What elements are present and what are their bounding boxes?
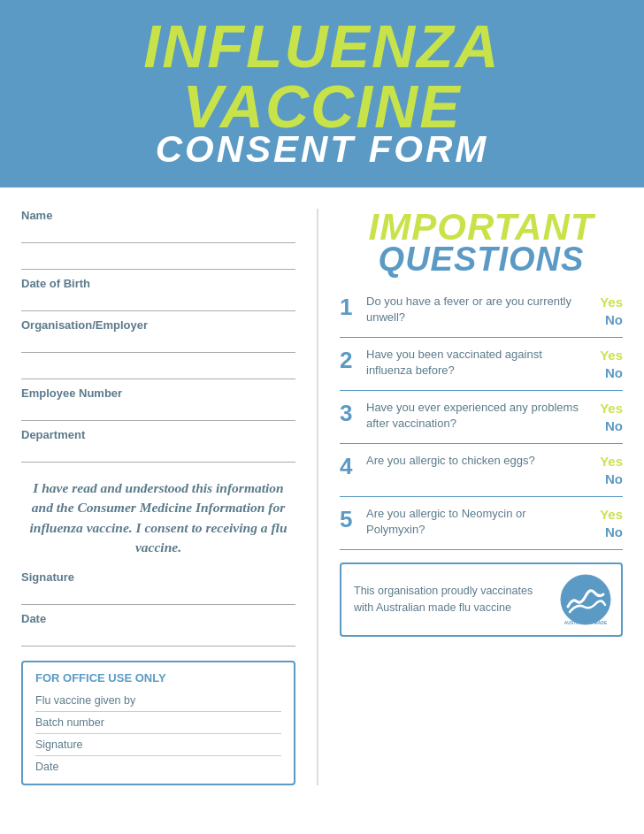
q5-text: Are you allergic to Neomycin or Polymyxi… bbox=[366, 506, 584, 538]
dob-label: Date of Birth bbox=[21, 277, 295, 290]
dept-label: Department bbox=[21, 428, 295, 441]
header-title-line2: CONSENT FORM bbox=[27, 131, 617, 168]
q1-text: Do you have a fever or are you currently… bbox=[366, 294, 584, 325]
emp-field-group: Employee Number bbox=[21, 386, 295, 421]
date-label: Date bbox=[21, 612, 295, 625]
consent-box: I have read and understood this informat… bbox=[21, 478, 295, 558]
q4-yes: Yes bbox=[600, 453, 623, 471]
q4-number: 4 bbox=[340, 455, 359, 478]
q2-yes: Yes bbox=[600, 347, 623, 364]
office-item-0: Flu vaccine given by bbox=[35, 690, 281, 712]
q1-yesno: Yes No bbox=[591, 294, 623, 328]
consent-text: I have read and understood this informat… bbox=[29, 480, 287, 555]
org-input-line2[interactable] bbox=[21, 360, 295, 379]
q4-no: No bbox=[605, 471, 623, 488]
q2-yesno: Yes No bbox=[591, 347, 623, 381]
q5-no: No bbox=[605, 524, 623, 541]
important-line2: QUESTIONS bbox=[340, 242, 623, 276]
q1-yes: Yes bbox=[600, 294, 623, 311]
dob-input-line[interactable] bbox=[21, 292, 295, 311]
sig-field-group: Signature bbox=[21, 570, 295, 605]
q3-no: No bbox=[605, 417, 623, 435]
question-1: 1 Do you have a fever or are you current… bbox=[340, 285, 623, 338]
org-field-group: Organisation/Employer bbox=[21, 318, 295, 353]
org-label: Organisation/Employer bbox=[21, 318, 295, 332]
q5-yesno: Yes No bbox=[591, 506, 623, 540]
date-field-group: Date bbox=[21, 612, 295, 647]
aus-made-box: This organisation proudly vaccinates wit… bbox=[340, 562, 623, 637]
emp-label: Employee Number bbox=[21, 386, 295, 400]
q1-number: 1 bbox=[340, 295, 359, 318]
q3-yes: Yes bbox=[600, 400, 623, 417]
q1-no: No bbox=[605, 311, 623, 329]
dob-field-group: Date of Birth bbox=[21, 277, 295, 311]
name-input-line[interactable] bbox=[21, 224, 295, 243]
q2-number: 2 bbox=[340, 348, 359, 371]
q3-yesno: Yes No bbox=[591, 400, 623, 434]
q4-text: Are you allergic to chicken eggs? bbox=[366, 453, 584, 469]
aus-made-text: This organisation proudly vaccinates wit… bbox=[354, 583, 548, 616]
office-item-3: Date bbox=[35, 756, 281, 773]
question-5: 5 Are you allergic to Neomycin or Polymy… bbox=[340, 497, 623, 550]
dept-field-group: Department bbox=[21, 428, 295, 463]
name-field-group: Name bbox=[21, 209, 295, 243]
vertical-divider bbox=[317, 209, 318, 785]
office-item-1: Batch number bbox=[35, 712, 281, 734]
q2-no: No bbox=[605, 364, 623, 382]
question-3: 3 Have you ever experienced any problems… bbox=[340, 391, 623, 444]
dept-input-line[interactable] bbox=[21, 443, 295, 463]
q4-yesno: Yes No bbox=[591, 453, 623, 487]
question-4: 4 Are you allergic to chicken eggs? Yes … bbox=[340, 444, 623, 497]
header: INFLUENZA VACCINE CONSENT FORM bbox=[0, 0, 644, 187]
important-title: IMPORTANT QUESTIONS bbox=[340, 209, 623, 276]
sig-input-line[interactable] bbox=[21, 585, 295, 605]
left-column: Name Date of Birth Organisation/Employer… bbox=[21, 209, 295, 785]
q3-text: Have you ever experienced any problems a… bbox=[366, 400, 584, 432]
sig-label: Signature bbox=[21, 570, 295, 584]
date-input-line[interactable] bbox=[21, 627, 295, 647]
q5-yes: Yes bbox=[600, 506, 623, 524]
org-input-line[interactable] bbox=[21, 333, 295, 353]
q5-number: 5 bbox=[340, 508, 359, 531]
right-column: IMPORTANT QUESTIONS 1 Do you have a feve… bbox=[340, 209, 623, 785]
emp-input-line[interactable] bbox=[21, 402, 295, 421]
name-label: Name bbox=[21, 209, 295, 222]
q2-text: Have you been vaccinated against influen… bbox=[366, 347, 584, 379]
svg-point-0 bbox=[561, 575, 610, 624]
svg-text:AUSTRALIAN MADE: AUSTRALIAN MADE bbox=[564, 620, 608, 625]
question-2: 2 Have you been vaccinated against influ… bbox=[340, 338, 623, 391]
office-use-box: FOR OFFICE USE ONLY Flu vaccine given by… bbox=[21, 661, 295, 785]
aus-made-logo: AUSTRALIAN MADE bbox=[559, 573, 612, 626]
header-title-line1: INFLUENZA VACCINE bbox=[27, 16, 617, 136]
office-use-title: FOR OFFICE USE ONLY bbox=[35, 671, 281, 685]
name-input-line2[interactable] bbox=[21, 250, 295, 270]
office-item-2: Signature bbox=[35, 734, 281, 756]
q3-number: 3 bbox=[340, 402, 359, 425]
